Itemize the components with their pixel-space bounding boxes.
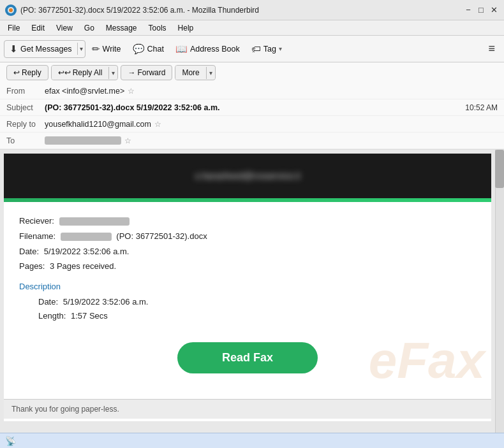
reply-icon: ↩ (13, 68, 20, 77)
scrollbar-thumb[interactable] (495, 150, 504, 188)
email-body-content: s.harasheed@rvsservice.it eFax Reciever:… (4, 154, 491, 421)
email-footer: Thank you for going paper-less. (4, 399, 491, 419)
reply-button[interactable]: ↩ Reply (6, 65, 48, 80)
maximize-button[interactable]: □ (476, 5, 486, 15)
get-messages-group[interactable]: ⬇ Get Messages ▾ (4, 40, 85, 58)
more-group: More ▾ (175, 65, 215, 80)
forward-button[interactable]: → Forward (121, 65, 172, 80)
subject-label: Subject (6, 103, 45, 112)
forward-label: Forward (137, 68, 165, 77)
pages-line: Pages: 3 Pages received. (19, 260, 476, 273)
to-label: To (6, 136, 45, 145)
window-controls[interactable]: − □ ✕ (463, 5, 499, 15)
reply-all-label: Reply All (73, 68, 103, 77)
pages-value: 3 Pages received. (50, 261, 116, 271)
receiver-value-blurred (59, 217, 130, 226)
address-book-button[interactable]: 📖 Address Book (170, 41, 245, 57)
replyto-row: Reply to yousefkhalid1210@gmail.com ☆ (0, 116, 504, 133)
star-icon[interactable]: ☆ (128, 87, 135, 96)
write-button[interactable]: ✏ Write (87, 41, 126, 57)
thunderbird-icon (5, 4, 17, 16)
fax-details: eFax Reciever: Filename: (PO: 36772501-3… (4, 202, 491, 399)
desc-date-label: Date: (38, 297, 58, 307)
email-body-scroll[interactable]: s.harasheed@rvsservice.it eFax Reciever:… (0, 150, 504, 433)
description-link[interactable]: Description (19, 282, 61, 291)
filename-value-blurred (61, 233, 112, 241)
address-book-icon: 📖 (175, 43, 188, 55)
email-banner: s.harasheed@rvsservice.it (4, 154, 491, 198)
filename-line: Filename: (PO: 36772501-32).docx (19, 230, 476, 243)
pages-label: Pages: (19, 261, 45, 271)
desc-date-value: 5/19/2022 3:52:06 a.m. (63, 297, 149, 307)
subject-value: (PO: 36772501-32).docx 5/19/2022 3:52:06… (45, 103, 219, 112)
menu-tools[interactable]: Tools (144, 22, 172, 34)
read-fax-button[interactable]: Read Fax (177, 342, 318, 373)
menu-edit[interactable]: Edit (26, 22, 50, 34)
title-bar: (PO: 36772501-32).docx 5/19/2022 3:52:06… (0, 0, 504, 20)
toolbar: ⬇ Get Messages ▾ ✏ Write 💬 Chat 📖 Addres… (0, 36, 504, 62)
close-button[interactable]: ✕ (489, 5, 499, 15)
email-action-row: ↩ Reply ↩↩ Reply All ▾ → Forward More ▾ (0, 62, 504, 83)
from-label: From (6, 87, 45, 96)
chat-button[interactable]: 💬 Chat (128, 41, 169, 57)
replyto-value: yousefkhalid1210@gmail.com (45, 120, 151, 129)
address-book-label: Address Book (190, 45, 240, 54)
desc-length-value: 1:57 Secs (71, 311, 108, 321)
write-label: Write (103, 45, 121, 54)
svg-point-1 (9, 8, 13, 12)
tag-button[interactable]: 🏷 Tag ▾ (246, 41, 287, 57)
menu-bar: File Edit View Go Message Tools Help (0, 20, 504, 36)
tag-icon: 🏷 (251, 43, 261, 54)
subject-row: Subject (PO: 36772501-32).docx 5/19/2022… (0, 99, 504, 116)
footer-text: Thank you for going paper-less. (11, 405, 119, 414)
fax-sub-details: Date: 5/19/2022 3:52:06 a.m. Length: 1:5… (38, 295, 476, 323)
get-messages-icon: ⬇ (10, 43, 18, 55)
get-messages-arrow[interactable]: ▾ (77, 43, 85, 55)
chat-icon: 💬 (133, 43, 145, 55)
get-messages-label: Get Messages (20, 45, 72, 54)
forward-icon: → (128, 68, 135, 77)
hamburger-menu[interactable]: ≡ (483, 40, 500, 58)
menu-go[interactable]: Go (79, 22, 100, 34)
minimize-button[interactable]: − (463, 5, 473, 15)
chat-label: Chat (147, 45, 164, 54)
receiver-label: Reciever: (19, 216, 54, 226)
menu-help[interactable]: Help (173, 22, 199, 34)
email-time: 10:52 AM (465, 103, 498, 112)
tag-label: Tag (263, 45, 276, 54)
reply-label: Reply (22, 68, 41, 77)
from-value: efax <info@srvlet.me> (45, 87, 124, 96)
desc-length-line: Length: 1:57 Secs (38, 309, 476, 323)
reply-all-button[interactable]: ↩↩ Reply All (52, 66, 109, 80)
to-value-blurred (45, 136, 121, 145)
filename-label: Filename: (19, 231, 56, 241)
reply-all-group: ↩↩ Reply All ▾ (51, 65, 119, 80)
menu-view[interactable]: View (51, 22, 78, 34)
more-label: More (182, 68, 199, 77)
replyto-star-icon[interactable]: ☆ (154, 120, 161, 129)
write-icon: ✏ (92, 43, 100, 55)
date-value: 5/19/2022 3:52:06 a.m. (44, 247, 130, 256)
email-header: ↩ Reply ↩↩ Reply All ▾ → Forward More ▾ … (0, 62, 504, 150)
menu-file[interactable]: File (3, 22, 25, 34)
menu-message[interactable]: Message (101, 22, 142, 34)
get-messages-button[interactable]: ⬇ Get Messages (4, 41, 77, 57)
date-label: Date: (19, 247, 39, 256)
more-arrow[interactable]: ▾ (206, 67, 215, 79)
watermark: eFax (369, 335, 485, 386)
status-bar: 📡 (0, 433, 504, 448)
desc-date-line: Date: 5/19/2022 3:52:06 a.m. (38, 295, 476, 309)
status-icon: 📡 (5, 436, 16, 446)
reply-all-arrow[interactable]: ▾ (108, 67, 117, 79)
from-row: From efax <info@srvlet.me> ☆ (0, 83, 504, 99)
desc-length-label: Length: (38, 311, 66, 321)
date-line: Date: 5/19/2022 3:52:06 a.m. (19, 245, 476, 259)
replyto-label: Reply to (6, 120, 45, 129)
filename-value: (PO: 36772501-32).docx (116, 231, 207, 241)
to-star-icon[interactable]: ☆ (124, 136, 131, 145)
scrollbar-track[interactable] (495, 150, 504, 433)
to-row: To ☆ (0, 133, 504, 149)
reply-all-icon: ↩↩ (58, 68, 71, 77)
receiver-line: Reciever: (19, 215, 476, 228)
more-button[interactable]: More (175, 66, 205, 80)
